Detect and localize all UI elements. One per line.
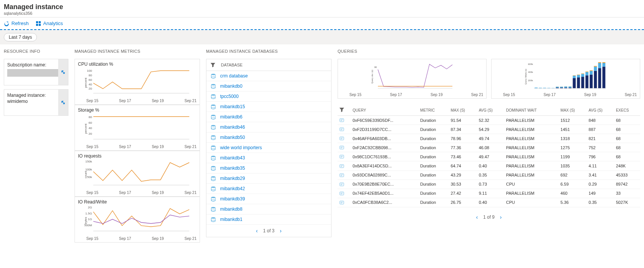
svg-rect-94 — [573, 76, 576, 78]
query-col-header[interactable]: DOMINANT WAIT — [504, 105, 559, 116]
query-cell: 0.35 — [477, 170, 504, 180]
chart-io[interactable]: IO requests50k100k150kcountSep 15Sep 17S… — [75, 151, 200, 197]
query-cell: 26.75 — [449, 198, 477, 207]
query-col-header[interactable]: AVG (S) — [477, 105, 504, 116]
svg-rect-113 — [598, 62, 601, 63]
query-cell: Duration — [419, 180, 449, 189]
database-row[interactable]: crm database — [206, 71, 331, 81]
q-prev-page[interactable]: ‹ — [476, 214, 478, 220]
svg-rect-119 — [340, 128, 344, 131]
managed-instance-card[interactable]: Managed instance: wimidemo — [4, 89, 68, 116]
query-col-header[interactable]: AVG (S) — [587, 105, 614, 116]
database-row[interactable]: mibankdb6 — [206, 112, 331, 122]
query-cell: Duration — [419, 116, 449, 125]
svg-rect-85 — [560, 87, 563, 87]
query-row[interactable]: 0x98C1DC76193B...Duration73.4649.47PARAL… — [338, 152, 640, 161]
db-prev-page[interactable]: ‹ — [256, 228, 258, 234]
query-row[interactable]: 0xF6C59E339D5DF...Duration91.5452.32PARA… — [338, 116, 640, 125]
query-row[interactable]: 0x8A3EF414DC5D...Duration64.740.40PARALL… — [338, 161, 640, 170]
query-row[interactable]: 0x70E9B2B8E70EC...Duration30.530.73CPU6.… — [338, 180, 640, 189]
database-row[interactable]: mibankdb39 — [206, 194, 331, 204]
svg-text:40: 40 — [89, 126, 92, 130]
page-title: Managed instance — [4, 3, 640, 11]
database-row[interactable]: wide world importers — [206, 143, 331, 153]
chart-iorw[interactable]: IO Read/Write500M1G1.5G2GbytesSep 15Sep … — [75, 197, 200, 243]
q-next-page[interactable]: › — [500, 214, 502, 220]
svg-point-34 — [211, 97, 216, 99]
svg-point-51 — [211, 186, 216, 188]
database-row[interactable]: tpcc5000 — [206, 91, 331, 102]
query-cell: 87.34 — [449, 125, 477, 134]
chart-cpu[interactable]: CPU utilization %20406080100percentSep 1… — [75, 59, 200, 105]
svg-point-55 — [211, 207, 216, 208]
query-col-header[interactable]: MAX (S) — [559, 105, 587, 116]
svg-rect-124 — [340, 173, 344, 177]
svg-rect-98 — [577, 74, 580, 75]
analytics-button[interactable]: Analytics — [36, 20, 63, 26]
query-row[interactable]: 0xF2AC92CBB098...Duration77.3646.08PARAL… — [338, 143, 640, 152]
query-cell: 0x8A3EF414DC5D... — [351, 161, 419, 170]
svg-text:80: 80 — [89, 74, 92, 77]
db-next-page[interactable]: › — [280, 228, 282, 234]
query-icon — [339, 191, 344, 196]
database-row[interactable]: mibankdb29 — [206, 173, 331, 184]
query-row[interactable]: 0x93DC8A02889C...Duration43.290.35PARALL… — [338, 170, 640, 180]
open-managed-button[interactable] — [58, 90, 68, 115]
database-name: mibankdb50 — [220, 135, 245, 140]
svg-rect-110 — [594, 66, 597, 67]
query-cell: Duration — [419, 125, 449, 134]
subscription-card[interactable]: Subscription name: — [4, 59, 68, 85]
svg-text:20: 20 — [89, 87, 92, 90]
section-resource: RESOURCE INFO — [4, 49, 68, 54]
section-queries: QUERIES — [338, 49, 640, 54]
svg-rect-112 — [598, 63, 601, 68]
refresh-button[interactable]: Refresh — [4, 20, 29, 26]
databases-card: DATABASE crm databasemibankdb0tpcc5000mi… — [206, 59, 332, 237]
database-row[interactable]: mibankdb0 — [206, 81, 331, 91]
svg-text:100k: 100k — [86, 168, 92, 171]
query-col-header[interactable]: QUERY — [351, 105, 419, 116]
query-cell: Duration — [419, 143, 449, 152]
query-cell: 5027K — [614, 198, 640, 207]
query-cell: 0.29 — [587, 180, 614, 189]
database-row[interactable]: mibankdb15 — [206, 102, 331, 112]
query-cell: 1035 — [559, 161, 587, 170]
query-col-header[interactable]: EXECS — [614, 105, 640, 116]
time-range-bar: Last 7 days — [0, 30, 644, 44]
database-row[interactable]: mibankdb42 — [206, 184, 331, 194]
query-cell: 149 — [587, 189, 614, 198]
open-subscription-button[interactable] — [58, 59, 68, 85]
database-icon — [210, 104, 216, 109]
database-row[interactable]: mibankdb35 — [206, 163, 331, 173]
section-metrics: MANAGED INSTANCE METRICS — [75, 49, 200, 54]
chart-query-waits[interactable]: 200k400k600kQuery Waits (s)Sep 15Sep 17S… — [491, 59, 640, 99]
time-range-pill[interactable]: Last 7 days — [4, 33, 37, 41]
filter-icon[interactable] — [210, 62, 216, 68]
query-col-header[interactable]: METRIC — [419, 105, 449, 116]
svg-text:600k: 600k — [528, 63, 533, 65]
database-row[interactable]: mibankdb8 — [206, 204, 331, 214]
query-cell: CPU — [504, 180, 559, 189]
svg-point-31 — [211, 84, 216, 85]
database-row[interactable]: mibankdb50 — [206, 132, 331, 143]
svg-rect-118 — [340, 119, 344, 122]
query-row[interactable]: 0xCA0FCB38A6C2...Duration26.750.40CPU5.3… — [338, 198, 640, 207]
database-row[interactable]: mibankdb1 — [206, 214, 331, 225]
database-row[interactable]: mibankdb46 — [206, 122, 331, 132]
chart-query-duration[interactable]: 80Query dur. (s)Sep 15Sep 17Sep 19Sep 21 — [338, 59, 487, 99]
query-row[interactable]: 0x74EF42EB5A0D1...Duration27.429.11PARAL… — [338, 189, 640, 198]
svg-rect-96 — [577, 77, 580, 88]
query-col-header[interactable]: MAX (S) — [449, 105, 477, 116]
database-name: mibankdb42 — [220, 186, 245, 191]
query-row[interactable]: 0x46AFF6A603DB...Duration78.9649.74PARAL… — [338, 134, 640, 143]
query-cell: 6.59 — [559, 180, 587, 189]
query-cell: 1512 — [559, 116, 587, 125]
filter-icon[interactable] — [339, 107, 344, 112]
chart-storage[interactable]: Storage %20406080100percentSep 15Sep 17S… — [75, 105, 200, 151]
query-cell: 1199 — [559, 152, 587, 161]
query-cell: 1318 — [559, 134, 587, 143]
svg-point-39 — [211, 125, 216, 126]
query-row[interactable]: 0xF2D31199D7CC...Duration87.3454.29PARAL… — [338, 125, 640, 134]
database-icon — [210, 135, 216, 140]
database-row[interactable]: mibankdb43 — [206, 153, 331, 163]
